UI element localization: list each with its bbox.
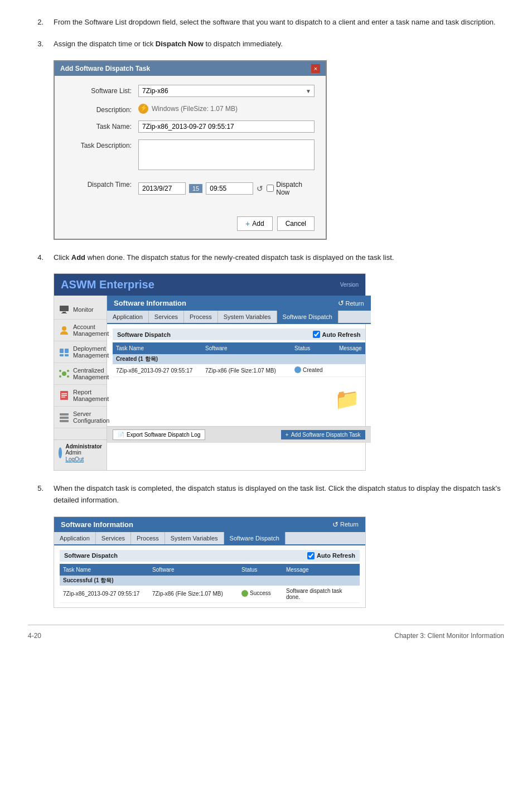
row-status-0[interactable]: Created bbox=[291, 365, 336, 375]
section-title: Software Information bbox=[114, 299, 186, 307]
sw-table-row-0: 7Zip-x86_2013-09-27 09:55:17 7Zip-x86 (F… bbox=[60, 586, 360, 603]
task-name-field[interactable] bbox=[138, 120, 315, 133]
col-header-taskname: Task Name bbox=[113, 344, 202, 352]
tab-process[interactable]: Process bbox=[184, 311, 218, 323]
aswm-enterprise-panel: ASWM Enterprise Version Monitor Account … bbox=[54, 273, 366, 471]
dispatch-date-input[interactable] bbox=[138, 182, 186, 195]
sw-col-taskname: Task Name bbox=[60, 566, 149, 574]
svg-point-8 bbox=[62, 371, 66, 376]
sidebar-item-deployment-management[interactable]: Deployment Management bbox=[54, 341, 107, 363]
app-header: ASWM Enterprise Version bbox=[54, 274, 365, 296]
sw-tab-process[interactable]: Process bbox=[131, 532, 165, 544]
export-dispatch-log-button[interactable]: 📄 Export Software Dispatch Log bbox=[113, 429, 205, 440]
sw-dispatch-title: Software Dispatch bbox=[64, 552, 118, 559]
return-button[interactable]: Return bbox=[338, 299, 364, 307]
sidebar-item-monitor[interactable]: Monitor bbox=[54, 300, 107, 320]
task-description-row: Task Description: bbox=[66, 139, 315, 172]
svg-rect-14 bbox=[61, 393, 67, 394]
software-list-select-wrapper[interactable]: 7Zip-x86 ▼ bbox=[138, 85, 315, 97]
sw-tab-software-dispatch[interactable]: Software Dispatch bbox=[224, 532, 286, 544]
sw-auto-refresh: Auto Refresh bbox=[307, 552, 355, 559]
step-number-5: 5. bbox=[28, 483, 43, 492]
refresh-icon[interactable]: ↺ bbox=[257, 184, 263, 193]
auto-refresh: Auto Refresh bbox=[313, 331, 361, 338]
description-value: Windows (FileSize: 1.07 MB) bbox=[152, 105, 238, 113]
add-software-dispatch-dialog-wrapper: Add Software Dispatch Task × Software Li… bbox=[54, 60, 504, 240]
step-text-5: When the dispatch task is completed, the… bbox=[54, 483, 504, 506]
sidebar-item-label-deploy: Deployment Management bbox=[73, 345, 109, 359]
file-stack-icon: 📁 bbox=[335, 388, 360, 411]
step-number-3: 3. bbox=[28, 38, 43, 48]
tab-system-variables[interactable]: System Variables bbox=[218, 311, 277, 323]
admin-info: Administrator Admin LogOut bbox=[65, 443, 102, 462]
dialog-close-button[interactable]: × bbox=[311, 64, 320, 73]
logout-link[interactable]: LogOut bbox=[65, 456, 84, 462]
sw-row-software-0: 7Zip-x86 (File Size:1.07 MB) bbox=[149, 590, 238, 598]
sw-tab-system-variables[interactable]: System Variables bbox=[165, 532, 224, 544]
app-version-label: Version bbox=[340, 282, 359, 288]
sidebar-item-label-monitor: Monitor bbox=[73, 306, 94, 313]
step-text-3: Assign the dispatch time or tick Dispatc… bbox=[54, 38, 504, 50]
dispatch-now-checkbox[interactable] bbox=[267, 185, 274, 192]
section-header: Software Information Return bbox=[107, 296, 371, 311]
dispatch-time-row: Dispatch Time: 15 ↺ Dispatch Now bbox=[66, 178, 315, 196]
sw-auto-refresh-checkbox[interactable] bbox=[307, 552, 315, 559]
cancel-button[interactable]: Cancel bbox=[277, 216, 315, 231]
add-bold: Add bbox=[71, 253, 85, 262]
description-label: Description: bbox=[66, 104, 138, 114]
task-description-textarea[interactable] bbox=[138, 139, 315, 170]
dispatch-time-input[interactable] bbox=[206, 182, 253, 195]
deploy-icon bbox=[59, 346, 70, 357]
task-description-field[interactable] bbox=[138, 139, 315, 172]
sw-tab-services[interactable]: Services bbox=[96, 532, 131, 544]
dialog-title-bar: Add Software Dispatch Task × bbox=[55, 61, 326, 76]
svg-rect-5 bbox=[65, 349, 69, 353]
sidebar-item-label-account: Account Management bbox=[73, 323, 109, 337]
dispatch-time-label: Dispatch Time: bbox=[66, 178, 138, 189]
tab-services[interactable]: Services bbox=[149, 311, 184, 323]
sidebar-item-label-central: Centralized Management bbox=[73, 367, 109, 380]
tab-application[interactable]: Application bbox=[107, 311, 149, 323]
account-icon bbox=[59, 325, 70, 336]
svg-point-20 bbox=[66, 414, 67, 415]
sw-info-return-button[interactable]: Return bbox=[332, 520, 359, 529]
app-body: Monitor Account Management Deployment Ma… bbox=[54, 296, 365, 470]
sidebar-item-account-management[interactable]: Account Management bbox=[54, 320, 107, 341]
app-title: ASWM Enterprise bbox=[61, 278, 154, 291]
sw-row-taskname-0: 7Zip-x86_2013-09-27 09:55:17 bbox=[60, 590, 149, 598]
sidebar-item-report-management[interactable]: Report Management bbox=[54, 385, 107, 407]
add-button[interactable]: Add bbox=[237, 216, 273, 231]
sw-status-label-0: Success bbox=[250, 590, 271, 596]
tab-software-dispatch[interactable]: Software Dispatch bbox=[277, 311, 338, 323]
sw-tab-application[interactable]: Application bbox=[54, 532, 96, 544]
svg-point-12 bbox=[67, 375, 69, 378]
sidebar-item-server-configuration[interactable]: Server Configuration bbox=[54, 407, 107, 428]
sw-col-status: Status bbox=[238, 566, 283, 574]
software-list-select[interactable]: 7Zip-x86 bbox=[138, 85, 315, 97]
col-header-software: Software bbox=[202, 344, 291, 352]
sw-info-title: Software Information bbox=[61, 520, 133, 529]
row-taskname-0: 7Zip-x86_2013-09-27 09:55:17 bbox=[113, 366, 202, 375]
task-name-input[interactable] bbox=[138, 120, 315, 133]
aswm-title-aswm: ASWM bbox=[61, 278, 96, 291]
auto-refresh-checkbox[interactable] bbox=[313, 331, 320, 338]
sidebar: Monitor Account Management Deployment Ma… bbox=[54, 296, 107, 470]
col-header-message: Message bbox=[336, 344, 365, 352]
dispatch-now-bold: Dispatch Now bbox=[156, 40, 204, 48]
main-content: Software Information Return Application … bbox=[107, 296, 371, 470]
chapter-title: Chapter 3: Client Monitor Information bbox=[394, 632, 504, 640]
sw-row-status-0[interactable]: Success bbox=[238, 589, 283, 599]
table-header-row: Task Name Software Status Message bbox=[113, 342, 365, 354]
sw-info-panel-bottom: Software Information Return Application … bbox=[54, 516, 366, 608]
step-2: 2. From the Software List dropdown field… bbox=[28, 17, 504, 28]
sw-table-header-row: Task Name Software Status Message bbox=[60, 564, 360, 576]
add-software-dispatch-dialog: Add Software Dispatch Task × Software Li… bbox=[54, 60, 327, 240]
sw-info-header: Software Information Return bbox=[54, 517, 365, 532]
admin-username: Admin bbox=[65, 450, 102, 456]
svg-rect-4 bbox=[60, 349, 64, 353]
sidebar-item-centralized-management[interactable]: Centralized Management bbox=[54, 363, 107, 385]
dialog-title: Add Software Dispatch Task bbox=[60, 65, 150, 73]
calendar-button[interactable]: 15 bbox=[189, 184, 202, 193]
add-software-dispatch-task-button[interactable]: + Add Software Dispatch Task bbox=[281, 430, 365, 439]
aswm-title-enterprise: Enterprise bbox=[99, 278, 154, 291]
